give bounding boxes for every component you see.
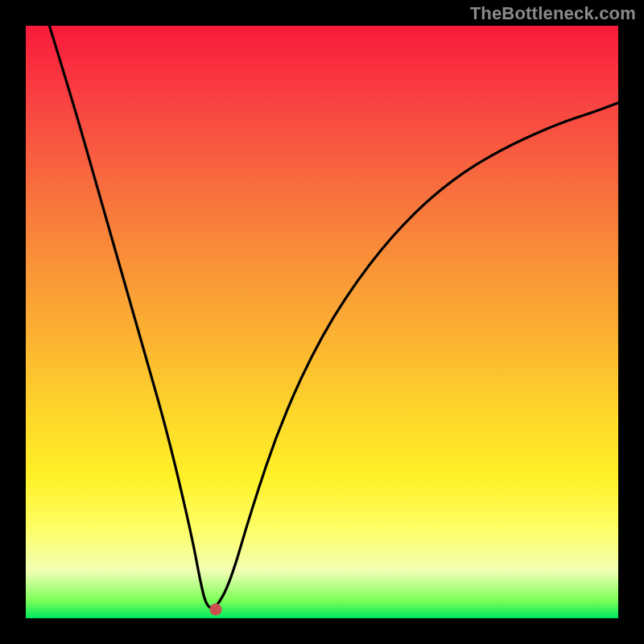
chart-area: [26, 26, 618, 618]
watermark-text: TheBottleneck.com: [470, 3, 636, 24]
bottleneck-curve: [26, 26, 618, 618]
optimal-point-marker: [209, 603, 221, 615]
page-root: TheBottleneck.com: [0, 0, 644, 644]
